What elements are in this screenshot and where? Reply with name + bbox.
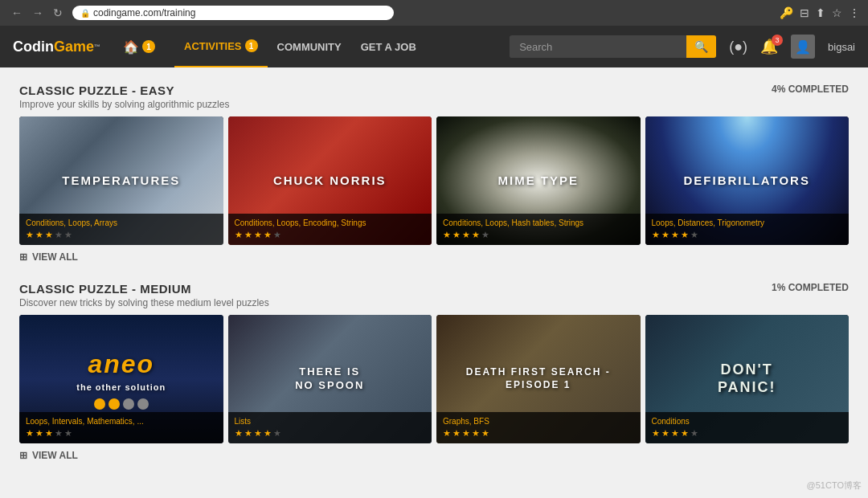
puzzle-title-defib: DEFIBRILLATORS [678, 173, 817, 188]
view-all-medium[interactable]: ⊞ VIEW ALL [19, 450, 849, 461]
section-medium-title: CLASSIC PUZZLE - MEDIUM [19, 282, 269, 296]
search-bar: 🔍 [510, 35, 716, 58]
logo-tm: ™ [94, 43, 100, 51]
puzzle-footer-temperatures: Conditions, Loops, Arrays ★ ★ ★ ★ ★ [19, 214, 223, 245]
reload-button[interactable]: ↻ [50, 5, 66, 21]
puzzle-card-no-spoon[interactable]: THERE ISNO SPOON Lists ★ ★ ★ ★ ★ [228, 315, 432, 443]
home-badge: 1 [142, 40, 155, 53]
puzzle-card-temperatures[interactable]: TEMPERATURES Conditions, Loops, Arrays ★… [19, 116, 223, 245]
browser-nav-buttons: ← → ↻ [8, 5, 66, 21]
puzzle-card-death-first[interactable]: DEATH FIRST SEARCH - EPISODE 1 Graphs, B… [436, 315, 641, 443]
puzzle-card-dont-panic[interactable]: DON'TPANIC! Conditions ★ ★ ★ ★ ★ [645, 315, 850, 443]
search-input[interactable] [510, 36, 686, 58]
puzzle-tags-panic: Conditions [652, 417, 843, 426]
section-easy-completed: 4% COMPLETED [772, 84, 849, 95]
section-easy-header: CLASSIC PUZZLE - EASY Improve your skill… [19, 84, 229, 110]
browser-chrome: ← → ↻ 🔒 codingame.com/training 🔑 ⊟ ⬆ ☆ ⋮ [0, 0, 868, 26]
logo[interactable]: CodinGame™ [13, 39, 100, 55]
browser-star-icon[interactable]: ☆ [832, 6, 842, 19]
puzzle-card-aneo[interactable]: aneo the other solution Loops, Intervals… [19, 315, 223, 443]
nav-activities[interactable]: ACTIVITIES 1 [174, 26, 268, 67]
view-all-easy[interactable]: ⊞ VIEW ALL [19, 251, 849, 263]
browser-key-icon[interactable]: 🔑 [780, 6, 793, 19]
puzzle-footer-nospoon: Lists ★ ★ ★ ★ ★ [228, 412, 432, 443]
aneo-logo: aneo the other solution [76, 349, 166, 410]
home-icon: 🏠 [123, 39, 139, 55]
dot-gray-2 [137, 398, 149, 410]
view-all-easy-label: VIEW ALL [32, 251, 78, 263]
nav-home[interactable]: 🏠 1 [117, 39, 162, 55]
puzzle-footer-defib: Loops, Distances, Trigonometry ★ ★ ★ ★ ★ [645, 214, 850, 245]
getajob-label: GET A JOB [361, 41, 416, 53]
puzzle-tags-temperatures: Conditions, Loops, Arrays [26, 218, 217, 227]
puzzle-stars-death: ★ ★ ★ ★ ★ [443, 428, 634, 439]
url-text: codingame.com/training [93, 7, 195, 18]
community-label: COMMUNITY [277, 41, 342, 53]
aneo-dots [94, 398, 149, 410]
puzzle-stars-defib: ★ ★ ★ ★ ★ [652, 230, 843, 240]
puzzle-title-death: DEATH FIRST SEARCH - EPISODE 1 [436, 366, 641, 391]
browser-share-icon[interactable]: ⬆ [816, 6, 825, 19]
nav-getajob[interactable]: GET A JOB [351, 26, 426, 67]
section-medium-top: CLASSIC PUZZLE - MEDIUM Discover new tri… [19, 282, 849, 315]
nav-right: (●) 🔔 3 👤 bigsai [729, 35, 855, 59]
dot-orange-2 [108, 398, 120, 410]
username[interactable]: bigsai [828, 41, 855, 53]
puzzle-title-chuck: CHUCK NORRIS [267, 173, 393, 188]
section-medium-subtitle: Discover new tricks by solving these med… [19, 297, 269, 308]
section-easy-top: CLASSIC PUZZLE - EASY Improve your skill… [19, 84, 849, 116]
star-4: ★ [55, 230, 63, 240]
broadcast-icon[interactable]: (●) [729, 39, 747, 55]
puzzle-title-panic: DON'TPANIC! [711, 361, 783, 396]
star-1: ★ [26, 230, 34, 240]
puzzle-footer-aneo: Loops, Intervals, Mathematics, ... ★ ★ ★… [19, 412, 223, 443]
watermark: @51CTO博客 [807, 480, 862, 492]
puzzles-grid-easy: TEMPERATURES Conditions, Loops, Arrays ★… [19, 116, 849, 245]
puzzle-stars-mime: ★ ★ ★ ★ ★ [443, 230, 634, 240]
logo-game: Game [54, 39, 94, 55]
puzzle-stars-chuck: ★ ★ ★ ★ ★ [235, 230, 426, 240]
puzzle-tags-death: Graphs, BFS [443, 417, 634, 426]
avatar[interactable]: 👤 [791, 35, 815, 59]
section-easy-subtitle: Improve your skills by solving algorithm… [19, 99, 229, 110]
puzzle-footer-chuck: Conditions, Loops, Encoding, Strings ★ ★… [228, 214, 432, 245]
browser-cast-icon[interactable]: ⊟ [800, 6, 809, 19]
nav-community[interactable]: COMMUNITY [268, 26, 351, 67]
section-medium-header: CLASSIC PUZZLE - MEDIUM Discover new tri… [19, 282, 269, 308]
puzzle-tags-chuck: Conditions, Loops, Encoding, Strings [235, 218, 426, 227]
puzzle-tags-defib: Loops, Distances, Trigonometry [652, 218, 843, 227]
section-classic-easy: CLASSIC PUZZLE - EASY Improve your skill… [19, 84, 849, 263]
puzzle-card-chuck-norris[interactable]: CHUCK NORRIS Conditions, Loops, Encoding… [228, 116, 432, 245]
puzzle-footer-mime: Conditions, Loops, Hash tables, Strings … [436, 214, 641, 245]
star-3: ★ [45, 230, 53, 240]
activities-label: ACTIVITIES [184, 40, 242, 52]
grid-icon-medium: ⊞ [19, 450, 27, 461]
forward-button[interactable]: → [29, 5, 47, 21]
notification-badge: 3 [772, 35, 783, 46]
back-button[interactable]: ← [8, 5, 26, 21]
puzzle-card-defibrillators[interactable]: DEFIBRILLATORS Loops, Distances, Trigono… [645, 116, 850, 245]
notification-icon[interactable]: 🔔 3 [760, 38, 778, 55]
puzzle-title-nospoon: THERE ISNO SPOON [289, 365, 371, 393]
puzzle-tags-nospoon: Lists [235, 417, 426, 426]
lock-icon: 🔒 [80, 9, 90, 18]
section-easy-title: CLASSIC PUZZLE - EASY [19, 84, 229, 97]
puzzle-stars-temperatures: ★ ★ ★ ★ ★ [26, 230, 217, 240]
puzzle-title-temperatures: TEMPERATURES [55, 173, 186, 188]
puzzle-tags-mime: Conditions, Loops, Hash tables, Strings [443, 218, 634, 227]
section-classic-medium: CLASSIC PUZZLE - MEDIUM Discover new tri… [19, 282, 849, 461]
puzzles-grid-medium: aneo the other solution Loops, Intervals… [19, 315, 849, 443]
browser-menu-icon[interactable]: ⋮ [849, 6, 860, 19]
aneo-subtitle: the other solution [76, 382, 166, 392]
puzzle-stars-panic: ★ ★ ★ ★ ★ [652, 428, 843, 439]
star-5: ★ [64, 230, 72, 240]
star-2: ★ [35, 230, 43, 240]
dot-gray-1 [123, 398, 134, 410]
puzzle-title-mime: MIME TYPE [491, 173, 585, 188]
puzzle-card-mime-type[interactable]: MIME TYPE Conditions, Loops, Hash tables… [436, 116, 641, 245]
address-bar[interactable]: 🔒 codingame.com/training [72, 6, 394, 20]
view-all-medium-label: VIEW ALL [32, 450, 78, 461]
search-button[interactable]: 🔍 [686, 35, 716, 58]
section-medium-completed: 1% COMPLETED [772, 282, 849, 293]
logo-codin: Codin [13, 39, 54, 55]
